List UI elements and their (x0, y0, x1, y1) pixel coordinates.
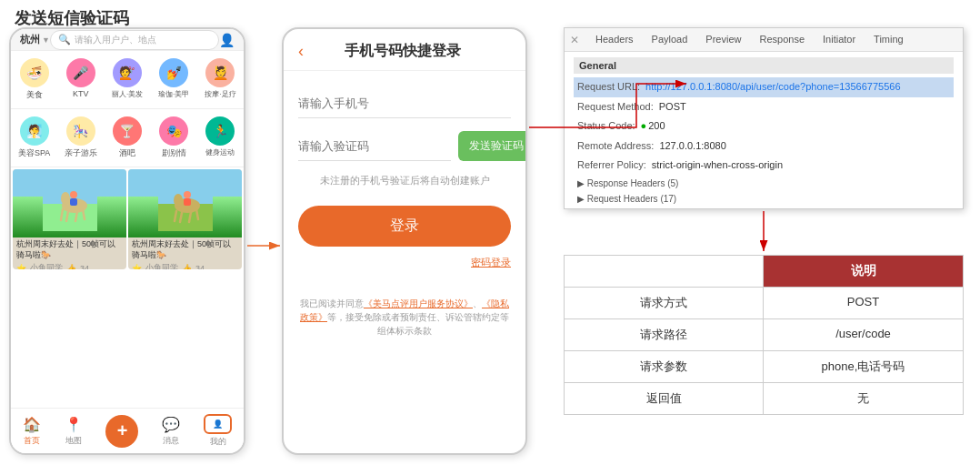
beauty-label: 丽人·美发 (112, 89, 143, 99)
devtools-body: General Request URL: http://127.0.0.1:80… (565, 52, 963, 208)
agreement-text-2: 、 (473, 298, 482, 308)
back-button[interactable]: ‹ (298, 42, 304, 61)
messages-icon: 💬 (162, 416, 180, 433)
page-title: 发送短信验证码 (15, 7, 129, 29)
card2-title: 杭州周末好去处｜50帧可以骑马啦🐎 (132, 239, 231, 259)
api-cell-path-label: 请求路径 (565, 319, 764, 350)
nav-profile[interactable]: 👤 我的 (204, 414, 232, 448)
nav-icon-spa[interactable]: 🧖 美容SPA (11, 113, 57, 163)
api-row-path: 请求路径 /user/code (565, 319, 963, 351)
nav-icon-yoga[interactable]: 💅 瑜伽·美甲 (151, 55, 197, 105)
phone-search-bar[interactable]: 🔍 请输入用户户、地点 (50, 30, 219, 50)
profile-icon: 👤 (213, 419, 223, 429)
nav-messages[interactable]: 💬 消息 (162, 416, 180, 447)
massage-icon: 💆 (205, 58, 235, 87)
location-text: 杭州 (20, 33, 40, 46)
agreement-text-3: 等，接受免除或者预制责任、诉讼管辖约定等组体标示条款 (327, 312, 509, 336)
ktv-icon: 🎤 (66, 58, 95, 87)
nav-icon-massage[interactable]: 💆 按摩·足疗 (197, 55, 244, 105)
login-header: ‹ 手机号码快捷登录 (284, 29, 525, 71)
devtools-tab-response[interactable]: Response (750, 30, 814, 50)
card1-title: 杭州周末好去处｜50帧可以骑马啦🐎 (16, 239, 115, 259)
user-agreement-link[interactable]: 《美马点评用户服务协议》 (364, 298, 473, 308)
devtools-tab-timing[interactable]: Timing (865, 30, 913, 50)
drama-icon: 🎭 (159, 116, 188, 146)
nav-home[interactable]: 🏠 首页 (23, 416, 41, 447)
phone-status-bar: 杭州 ▼ 🔍 请输入用户户、地点 👤 (11, 29, 244, 51)
alt-login-link[interactable]: 密码登录 (298, 256, 511, 269)
messages-label: 消息 (163, 435, 179, 447)
remote-label: Remote Address: (577, 138, 654, 155)
phone-img-card-1[interactable]: 杭州周末好去处｜50帧可以骑马啦🐎 ⭐ 小鱼同学 👍 34 (13, 169, 126, 269)
api-row-method: 请求方式 POST (565, 288, 963, 319)
nav-icon-beauty[interactable]: 💇 丽人·美发 (104, 55, 150, 105)
status-value: ●200 (641, 118, 665, 135)
card2-user: 小鱼同学 (145, 262, 178, 269)
search-icon: 🔍 (58, 34, 71, 45)
profile-box: 👤 (204, 414, 232, 434)
devtools-remote-row: Remote Address: 127.0.0.1:8080 (574, 136, 954, 157)
person-icon[interactable]: 👤 (219, 33, 235, 47)
method-label: Request Method: (577, 99, 654, 116)
remote-value: 127.0.0.1:8080 (659, 138, 725, 155)
url-value: http://127.0.0.1:8080/api/user/code?phon… (645, 79, 900, 96)
fitness-icon: 🏃 (205, 116, 235, 146)
yoga-label: 瑜伽·美甲 (158, 89, 189, 99)
location-tag[interactable]: 杭州 ▼ (20, 33, 50, 46)
devtools-tab-payload[interactable]: Payload (643, 30, 697, 50)
devtools-panel: ✕ Headers Payload Preview Response Initi… (564, 27, 964, 209)
card1-user: 小鱼同学 (30, 262, 63, 269)
agreement-text: 我已阅读并同意 (300, 298, 364, 308)
api-cell-params-value: phone,电话号码 (764, 351, 963, 382)
nav-icon-fitness[interactable]: 🏃 健身运动 (197, 113, 244, 163)
nav-icon-meishi[interactable]: 🍜 美食 (11, 55, 57, 105)
login-button[interactable]: 登录 (298, 206, 511, 247)
devtools-general-section: General (574, 57, 954, 74)
devtools-tab-headers[interactable]: Headers (586, 30, 643, 50)
card1-info: 杭州周末好去处｜50帧可以骑马啦🐎 (13, 238, 126, 262)
api-table: 说明 请求方式 POST 请求路径 /user/code 请求参数 phone,… (564, 255, 964, 415)
dropdown-arrow-icon: ▼ (42, 35, 50, 45)
card2-info: 杭州周末好去处｜50帧可以骑马啦🐎 (128, 238, 242, 262)
api-cell-return-value: 无 (764, 383, 963, 414)
nav-icon-kids[interactable]: 🎠 亲子游乐 (57, 113, 104, 163)
phone-bottom-nav: 🏠 首页 📍 地图 + 💬 消息 👤 我的 (11, 408, 244, 453)
devtools-close-button[interactable]: ✕ (570, 34, 579, 46)
fitness-label: 健身运动 (205, 147, 235, 157)
devtools-tab-preview[interactable]: Preview (696, 30, 750, 50)
login-body: 发送验证码 未注册的手机号验证后将自动创建账户 登录 密码登录 我已阅读并同意《… (284, 71, 525, 356)
profile-label: 我的 (210, 436, 226, 448)
response-headers-expand[interactable]: ▶ Response Headers (5) (574, 176, 954, 191)
svg-point-14 (174, 194, 183, 207)
svg-point-19 (184, 191, 191, 198)
phone-img-card-2[interactable]: 杭州周末好去处｜50帧可以骑马啦🐎 ⭐ 小鱼同学 👍 34 (128, 169, 242, 269)
yoga-icon: 💅 (159, 58, 188, 87)
kids-label: 亲子游乐 (65, 147, 97, 159)
green-dot-icon: ● (641, 120, 647, 131)
horse-image-1 (13, 169, 126, 238)
request-headers-expand[interactable]: ▶ Request Headers (17) (574, 191, 954, 207)
api-row-return: 返回值 无 (565, 383, 963, 414)
map-icon: 📍 (65, 416, 83, 433)
nav-icon-ktv[interactable]: 🎤 KTV (57, 55, 104, 105)
phone-input[interactable] (298, 89, 511, 118)
card2-avatar: ⭐ (132, 264, 142, 269)
login-hint: 未注册的手机号验证后将自动创建账户 (298, 174, 511, 187)
devtools-tab-initiator[interactable]: Initiator (814, 30, 865, 50)
send-code-row: 发送验证码 (298, 131, 511, 161)
beauty-icon: 💇 (113, 58, 142, 87)
send-code-button[interactable]: 发送验证码 (458, 131, 527, 161)
nav-add-button[interactable]: + (105, 415, 138, 448)
code-input[interactable] (298, 131, 451, 161)
nav-icon-drama[interactable]: 🎭 剧别情 (151, 113, 197, 163)
referrer-label: Referrer Policy: (577, 157, 646, 174)
bar-icon: 🍸 (113, 116, 142, 146)
status-label: Status Code: (577, 118, 635, 135)
nav-icon-bar[interactable]: 🍸 酒吧 (104, 113, 150, 163)
nav-map[interactable]: 📍 地图 (65, 416, 83, 447)
api-cell-return-label: 返回值 (565, 383, 764, 414)
phone-nav-icons-row1: 🍜 美食 🎤 KTV 💇 丽人·美发 💅 瑜伽·美甲 💆 按摩·足疗 (11, 51, 244, 109)
api-table-header: 说明 (565, 256, 963, 288)
bar-label: 酒吧 (119, 147, 135, 159)
spa-icon: 🧖 (20, 116, 49, 146)
